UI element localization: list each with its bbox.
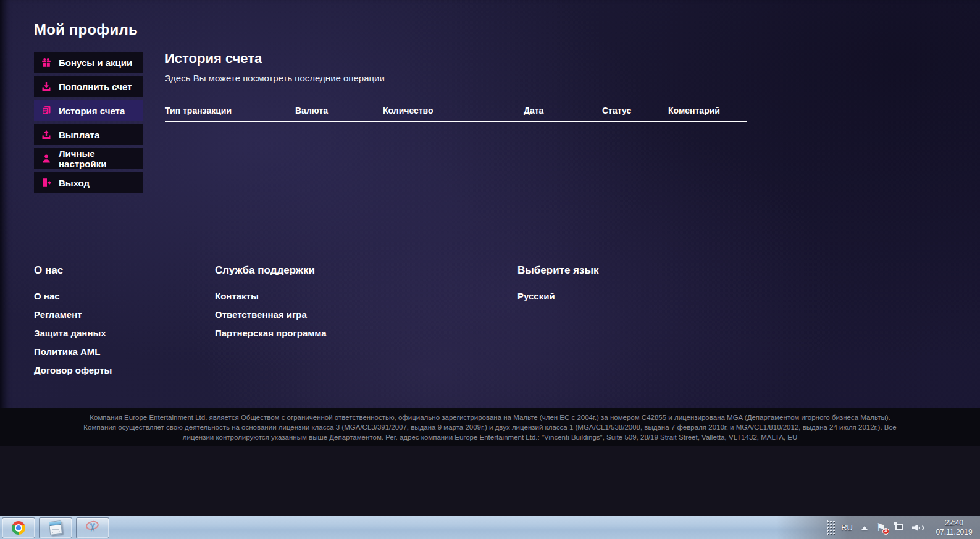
footer-heading: Выберите язык [517,264,598,277]
action-center-flag-icon[interactable]: ⚑ ✕ [876,522,887,534]
footer-link-partners[interactable]: Партнерская программа [215,328,327,338]
page-title: Мой профиль [34,21,138,38]
footer-link-language-russian[interactable]: Русский [517,291,598,301]
sidebar: Бонусы и акции Пополнить счет [34,52,143,196]
column-header-currency: Валюта [295,106,383,115]
taskbar-clock[interactable]: 22:40 07.11.2019 [933,519,975,537]
system-tray: RU ⚑ ✕ 22:40 07.11.2019 [826,516,980,539]
sidebar-item-logout[interactable]: Выход [34,172,143,193]
legal-line: Компания Europe Entertainment Ltd. являе… [90,412,890,422]
chrome-icon [12,521,25,535]
footer-link-about[interactable]: О нас [34,291,112,301]
column-header-date: Дата [524,106,602,115]
footer-column-about: О нас О нас Регламент Защита данных Поли… [34,264,112,383]
footer-column-language: Выберите язык Русский [517,264,598,309]
sidebar-item-deposit[interactable]: Пополнить счет [34,76,143,97]
footer-link-offer[interactable]: Договор оферты [34,365,112,375]
exit-icon [41,178,51,188]
account-history-section: История счета Здесь Вы можете посмотреть… [165,51,747,122]
footer-heading: Служба поддержки [215,264,327,277]
section-subtitle: Здесь Вы можете посмотреть последние опе… [165,73,747,83]
deposit-icon [41,81,51,91]
sidebar-item-payout[interactable]: Выплата [34,124,143,145]
clock-time: 22:40 [933,519,975,528]
person-icon [41,154,51,164]
payout-icon [41,130,51,140]
section-title: История счета [165,51,747,67]
footer-link-aml[interactable]: Политика AML [34,346,112,357]
footer-column-support: Служба поддержки Контакты Ответственная … [215,264,327,346]
sidebar-item-label: Пополнить счет [59,81,132,92]
footer-heading: О нас [34,264,112,277]
legal-line: лицензии контролируются указанным выше Д… [183,432,797,442]
column-header-status: Статус [602,106,668,115]
clock-date: 07.11.2019 [933,528,975,537]
column-header-type: Тип транзакции [165,106,295,115]
sidebar-item-label: Выплата [59,130,99,140]
footer-link-contacts[interactable]: Контакты [215,291,327,301]
sidebar-item-label: Выход [59,178,90,188]
legal-strip: Компания Europe Entertainment Ltd. являе… [0,408,980,446]
sidebar-item-label: Личные настройки [59,148,143,169]
column-header-comment: Коментарий [668,106,747,115]
footer-link-rules[interactable]: Регламент [34,309,112,320]
footer-link-responsible[interactable]: Ответственная игра [215,309,327,320]
taskbar-snipping-tool-button[interactable]: ✂ [76,517,109,538]
snipping-tool-icon: ✂ [85,520,101,535]
taskbar-grip[interactable] [826,520,835,536]
sidebar-item-label: История счета [59,106,125,116]
taskbar-chrome-button[interactable] [2,517,35,538]
history-icon [41,106,51,115]
show-hidden-icons-arrow[interactable] [861,526,868,530]
legal-line: Компания осуществляет свою деятельность … [83,422,896,432]
taskbar: ✂ RU ⚑ ✕ 22:40 07.11.2019 [0,516,980,539]
transactions-table: Тип транзакции Валюта Количество Дата Ст… [165,106,747,122]
volume-icon[interactable] [912,522,924,533]
screen: Мой профиль Бонусы и акции Пополнить сч [0,0,980,539]
transactions-table-header: Тип транзакции Валюта Количество Дата Ст… [165,106,747,122]
notepad-icon [49,520,62,535]
gift-icon [41,57,51,67]
sidebar-item-label: Бонусы и акции [59,57,132,68]
taskbar-apps: ✂ [0,516,113,539]
taskbar-notepad-button[interactable] [39,517,72,538]
alert-badge: ✕ [882,528,889,535]
sidebar-item-bonuses[interactable]: Бонусы и акции [34,52,143,73]
footer-link-data[interactable]: Защита данных [34,328,112,338]
column-header-amount: Количество [383,106,524,115]
language-indicator[interactable]: RU [841,523,853,532]
bottom-spacer [0,446,980,516]
sidebar-item-settings[interactable]: Личные настройки [34,148,143,169]
network-icon[interactable] [894,522,905,533]
sidebar-item-history[interactable]: История счета [34,100,143,121]
